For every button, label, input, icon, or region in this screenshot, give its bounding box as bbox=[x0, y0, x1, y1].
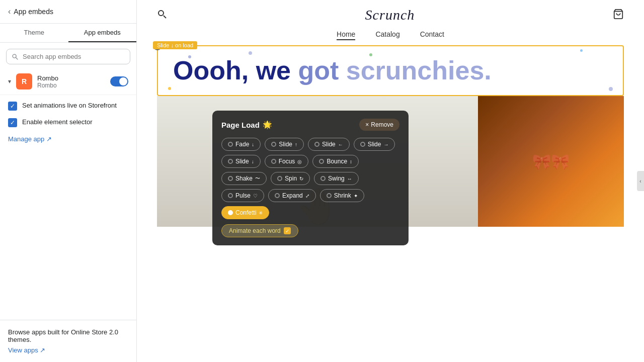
anim-radio-fade-down bbox=[228, 142, 233, 147]
anim-option-slide-right[interactable]: Slide → bbox=[354, 138, 395, 151]
dot-2 bbox=[249, 51, 252, 55]
hero-oooh: Oooh, bbox=[173, 56, 256, 85]
anim-radio-slide-left bbox=[314, 142, 319, 147]
nav-catalog[interactable]: Catalog bbox=[375, 30, 399, 40]
search-box bbox=[0, 43, 136, 68]
anim-radio-confetti bbox=[228, 210, 233, 215]
remove-x-icon: × bbox=[365, 121, 369, 128]
external-link-icon: ↗ bbox=[46, 135, 52, 143]
nav-contact[interactable]: Contact bbox=[420, 30, 444, 40]
anim-icon-slide-right: → bbox=[383, 142, 388, 147]
products-placeholder: 🎀🎀 bbox=[532, 153, 570, 170]
sidebar: ‹ App embeds Theme App embeds ▾ R Rombo … bbox=[0, 0, 137, 362]
app-item-rombo: ▾ R Rombo Rombo bbox=[0, 68, 136, 95]
anim-radio-spin bbox=[277, 176, 282, 181]
anim-icon-swing: ↔ bbox=[347, 176, 352, 182]
tab-theme[interactable]: Theme bbox=[0, 24, 68, 42]
anim-icon-expand: ⤢ bbox=[305, 193, 309, 199]
external-link-icon-2: ↗ bbox=[40, 346, 45, 354]
expand-arrow-icon: ▾ bbox=[8, 78, 11, 85]
anim-icon-spin: ↻ bbox=[299, 176, 303, 182]
footer-text: Browse apps built for Online Store 2.0 t… bbox=[8, 328, 128, 343]
checkbox-set-animations: ✓ Set animations live on Storefront bbox=[8, 101, 128, 111]
app-icon-rombo: R bbox=[16, 73, 32, 89]
enable-selector-label: Enable element selector bbox=[22, 118, 92, 127]
collapse-handle[interactable]: ‹ bbox=[637, 171, 644, 191]
slide-tag: Slide ↓ on load bbox=[153, 41, 197, 49]
anim-icon-shake: 〜 bbox=[255, 175, 260, 182]
search-input-wrap bbox=[6, 49, 130, 64]
anim-panel-header: Page Load 🌟 × Remove bbox=[221, 119, 399, 131]
manage-app-link[interactable]: Manage app ↗ bbox=[0, 133, 136, 151]
store-nav: Home Catalog Contact bbox=[137, 30, 644, 45]
anim-icon-focus: ◎ bbox=[297, 159, 302, 164]
dot-6 bbox=[609, 87, 613, 91]
anim-radio-slide-right bbox=[360, 142, 365, 147]
anim-icon-slide-down: ↓ bbox=[252, 159, 254, 164]
store-search-icon[interactable] bbox=[157, 9, 167, 22]
anim-option-swing[interactable]: Swing ↔ bbox=[314, 172, 359, 185]
rombo-toggle[interactable] bbox=[110, 76, 128, 86]
animate-each-word-button[interactable]: Animate each word ✓ bbox=[221, 224, 298, 237]
anim-option-slide-up[interactable]: Slide ↑ bbox=[265, 138, 304, 151]
store-logo: Scrunch bbox=[365, 7, 415, 23]
anim-radio-bounce bbox=[319, 159, 324, 164]
view-apps-link[interactable]: View apps ↗ bbox=[8, 346, 128, 354]
store-cart-icon[interactable] bbox=[613, 9, 624, 22]
tab-app-embeds[interactable]: App embeds bbox=[68, 24, 137, 42]
anim-option-confetti[interactable]: Confetti ✳ bbox=[221, 206, 269, 219]
animation-options: Fade ↓ Slide ↑ Slide ← Sli bbox=[221, 138, 399, 219]
anim-option-fade-down[interactable]: Fade ↓ bbox=[221, 138, 261, 151]
remove-button[interactable]: × Remove bbox=[359, 119, 399, 131]
anim-option-spin[interactable]: Spin ↻ bbox=[271, 172, 310, 185]
anim-option-shrink[interactable]: Shrink ✦ bbox=[320, 189, 364, 202]
sidebar-title: App embeds bbox=[14, 8, 53, 16]
app-name: Rombo bbox=[37, 74, 105, 82]
anim-icon-shrink: ✦ bbox=[354, 193, 358, 199]
anim-option-shake[interactable]: Shake 〜 bbox=[221, 172, 267, 185]
app-sub: Rombo bbox=[37, 82, 105, 89]
sidebar-footer: Browse apps built for Online Store 2.0 t… bbox=[0, 320, 136, 362]
storefront: Scrunch Home Catalog Contact × Slide ↓ o… bbox=[137, 0, 644, 362]
dot-5 bbox=[168, 87, 171, 90]
store-header: Scrunch bbox=[137, 0, 644, 30]
anim-icon-pulse: ♡ bbox=[253, 193, 258, 199]
anim-radio-pulse bbox=[228, 193, 233, 198]
set-animations-checkbox[interactable]: ✓ bbox=[8, 102, 17, 111]
anim-icon-fade: ↓ bbox=[252, 142, 254, 147]
anim-option-slide-down[interactable]: Slide ↓ bbox=[221, 155, 261, 168]
search-input[interactable] bbox=[23, 53, 125, 60]
hero-got: got bbox=[298, 56, 346, 85]
hero-scrunchies: scrunchies. bbox=[346, 56, 492, 85]
sidebar-header: ‹ App embeds bbox=[0, 0, 136, 24]
hero-products-image: 🎀🎀 bbox=[478, 96, 624, 227]
anim-radio-expand bbox=[275, 193, 280, 198]
hero-we: we bbox=[256, 56, 298, 85]
tabs-row: Theme App embeds bbox=[0, 24, 136, 43]
anim-radio-focus bbox=[271, 159, 276, 164]
preview-panel: Scrunch Home Catalog Contact × Slide ↓ o… bbox=[137, 0, 644, 362]
search-icon bbox=[12, 53, 19, 60]
anim-radio-swing bbox=[320, 176, 326, 181]
dot-3 bbox=[369, 53, 372, 56]
anim-radio-shake bbox=[228, 176, 233, 181]
svg-line-1 bbox=[164, 16, 166, 18]
set-animations-label: Set animations live on Storefront bbox=[22, 101, 117, 110]
hero-text: Oooh, we got scrunchies. bbox=[173, 56, 608, 85]
anim-option-bounce[interactable]: Bounce ↕ bbox=[312, 155, 359, 168]
anim-title-icon: 🌟 bbox=[263, 120, 272, 129]
dot-1 bbox=[188, 55, 191, 58]
anim-panel-title: Page Load 🌟 bbox=[221, 120, 272, 129]
animation-panel: Page Load 🌟 × Remove Fade ↓ Sl bbox=[212, 111, 409, 245]
enable-selector-checkbox[interactable]: ✓ bbox=[8, 118, 17, 127]
animate-word-row: Animate each word ✓ bbox=[221, 224, 399, 237]
anim-radio-shrink bbox=[327, 193, 332, 198]
back-button[interactable]: ‹ App embeds bbox=[8, 7, 53, 16]
nav-home[interactable]: Home bbox=[337, 30, 355, 40]
anim-option-pulse[interactable]: Pulse ♡ bbox=[221, 189, 264, 202]
anim-icon-bounce: ↕ bbox=[350, 159, 352, 164]
check-icon: ✓ bbox=[10, 103, 15, 110]
anim-option-focus[interactable]: Focus ◎ bbox=[265, 155, 309, 168]
anim-option-expand[interactable]: Expand ⤢ bbox=[268, 189, 316, 202]
anim-option-slide-left[interactable]: Slide ← bbox=[308, 138, 350, 151]
